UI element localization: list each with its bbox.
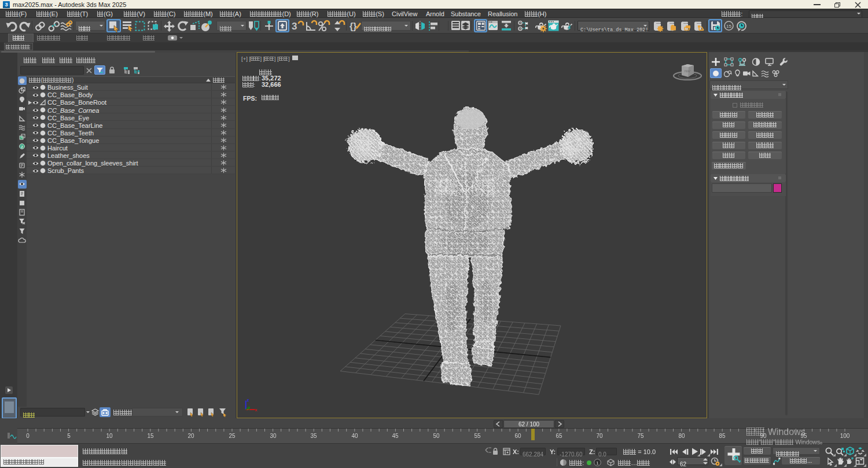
svg-text:1: 1 [596,460,599,466]
svg-text:NW: NW [685,69,690,73]
